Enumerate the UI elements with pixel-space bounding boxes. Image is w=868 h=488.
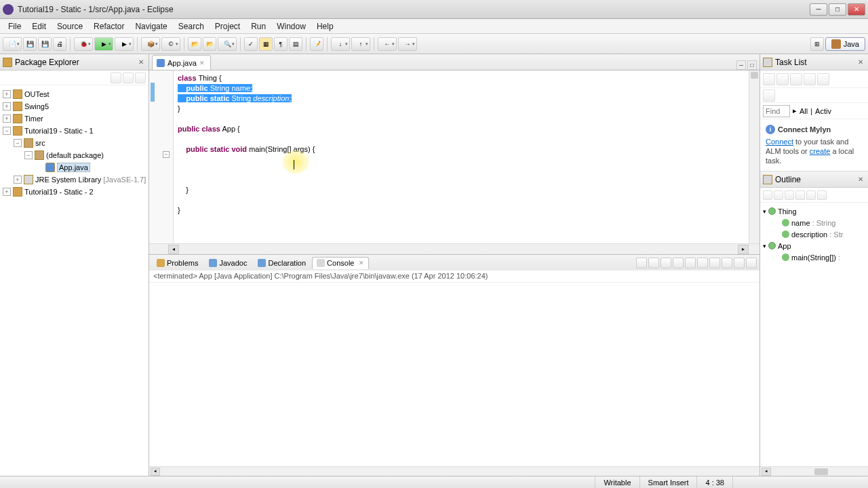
menu-refactor[interactable]: Refactor xyxy=(88,20,130,33)
show-whitespace-button[interactable]: ¶ xyxy=(274,37,288,51)
hide-static-button[interactable] xyxy=(785,190,794,200)
pin-console-button[interactable] xyxy=(697,258,708,268)
scroll-right-icon[interactable]: ▸ xyxy=(738,245,749,254)
expand-icon[interactable]: + xyxy=(3,90,11,98)
find-play-icon[interactable]: ▸ xyxy=(793,106,797,115)
tree-src[interactable]: src xyxy=(35,139,45,147)
expand-icon[interactable]: + xyxy=(3,188,11,196)
tab-problems[interactable]: Problems xyxy=(152,257,203,269)
outline-desc[interactable]: description : Str xyxy=(791,230,843,239)
tasklist-close[interactable]: ✕ xyxy=(856,58,865,67)
save-all-button[interactable]: 💾 xyxy=(38,37,52,51)
outline-name[interactable]: name : String xyxy=(791,219,835,227)
clear-console-button[interactable] xyxy=(673,258,684,268)
tab-console[interactable]: Console✕ xyxy=(312,257,369,269)
outline-main[interactable]: main(String[]) : xyxy=(791,253,840,262)
tree-jre[interactable]: JRE System Library [JavaSE-1.7] xyxy=(35,176,146,184)
find-all[interactable]: All xyxy=(800,107,808,115)
run-last-button[interactable]: ▶ xyxy=(115,37,134,51)
remove-all-button[interactable] xyxy=(660,258,671,268)
hide-fields-button[interactable] xyxy=(774,190,783,200)
annotation-button[interactable]: 📝 xyxy=(310,37,323,51)
tree-appjava[interactable]: App.java xyxy=(57,163,90,172)
new-button[interactable]: 📄 xyxy=(3,37,22,51)
link-editor-button[interactable] xyxy=(123,73,134,83)
menu-window[interactable]: Window xyxy=(271,20,311,33)
console-close-icon[interactable]: ✕ xyxy=(359,260,364,266)
project-tree[interactable]: +OUTest +Swing5 +Timer −Tutorial19 - Sta… xyxy=(0,85,149,476)
console-output[interactable] xyxy=(149,283,760,466)
new-package-button[interactable]: 📦 xyxy=(141,37,160,51)
terminate-button[interactable] xyxy=(636,258,647,268)
open-perspective-button[interactable]: ⊞ xyxy=(810,37,824,51)
focus-button[interactable] xyxy=(817,190,827,200)
debug-button[interactable]: 🐞 xyxy=(74,37,93,51)
minimize-button[interactable]: ─ xyxy=(810,3,827,16)
task-sync-button[interactable] xyxy=(804,73,816,85)
menu-help[interactable]: Help xyxy=(311,20,339,33)
menu-project[interactable]: Project xyxy=(210,20,245,33)
create-link[interactable]: create xyxy=(810,147,831,155)
menu-edit[interactable]: Edit xyxy=(26,20,52,33)
console-min-button[interactable] xyxy=(734,258,745,268)
outline-thing[interactable]: Thing xyxy=(778,207,797,216)
tree-defpkg[interactable]: (default package) xyxy=(46,151,104,159)
hide-nonpublic-button[interactable] xyxy=(795,190,805,200)
outline-close[interactable]: ✕ xyxy=(856,175,865,184)
remove-launch-button[interactable] xyxy=(648,258,659,268)
tree-timer[interactable]: Timer xyxy=(24,115,43,123)
scroll-left-icon[interactable]: ◂ xyxy=(168,245,179,254)
right-scrollbar[interactable]: ◂ xyxy=(760,466,868,476)
collapse-icon[interactable]: ▾ xyxy=(763,243,766,249)
minimize-editor-button[interactable]: ─ xyxy=(736,60,746,70)
package-explorer-close[interactable]: ✕ xyxy=(136,58,146,67)
console-max-button[interactable] xyxy=(746,258,757,268)
outline-tree[interactable]: ▾Thing name : String description : Str ▾… xyxy=(760,203,868,266)
scroll-left-icon[interactable]: ◂ xyxy=(762,468,771,476)
maximize-button[interactable]: □ xyxy=(829,3,846,16)
run-button[interactable]: ▶ xyxy=(94,37,113,51)
tree-swing5[interactable]: Swing5 xyxy=(24,102,49,110)
back-button[interactable]: ← xyxy=(378,37,397,51)
collapse-all-button[interactable] xyxy=(111,73,121,83)
find-activ[interactable]: Activ xyxy=(815,107,831,115)
console-scrollbar[interactable]: ◂ xyxy=(149,466,760,476)
toggle-block-button[interactable]: ▦ xyxy=(259,37,273,51)
task-focus-button[interactable] xyxy=(817,73,829,85)
menu-search[interactable]: Search xyxy=(173,20,210,33)
editor-tab-app[interactable]: App.java ✕ xyxy=(152,55,211,70)
close-button[interactable]: ✕ xyxy=(848,3,865,16)
menu-file[interactable]: File xyxy=(3,20,26,33)
forward-button[interactable]: → xyxy=(398,37,417,51)
open-task-button[interactable]: 📂 xyxy=(203,37,216,51)
maximize-editor-button[interactable]: □ xyxy=(747,60,757,70)
code-editor[interactable]: − class Thing { public String name; publ… xyxy=(149,70,760,254)
tree-tut2[interactable]: Tutorial19 - Static - 2 xyxy=(24,188,94,196)
tree-tut1[interactable]: Tutorial19 - Static - 1 xyxy=(24,127,94,135)
scroll-thumb[interactable] xyxy=(814,468,828,475)
vertical-scrollbar[interactable] xyxy=(749,70,760,243)
collapse-icon[interactable]: − xyxy=(3,127,11,135)
code-lines[interactable]: class Thing { public String name; public… xyxy=(178,73,749,216)
menu-navigate[interactable]: Navigate xyxy=(130,20,172,33)
collapse-icon[interactable]: ▾ xyxy=(763,208,766,215)
scroll-left-icon[interactable]: ◂ xyxy=(151,468,160,476)
sort-button[interactable] xyxy=(763,190,772,200)
task-collapse-button[interactable] xyxy=(763,89,775,102)
tab-javadoc[interactable]: Javadoc xyxy=(204,257,252,269)
task-new-button[interactable] xyxy=(763,73,775,85)
search-button[interactable]: 🔍 xyxy=(218,37,237,51)
menu-source[interactable]: Source xyxy=(52,20,88,33)
hide-local-button[interactable] xyxy=(806,190,816,200)
next-annotation-button[interactable]: ↓ xyxy=(331,37,350,51)
toggle-breadcrumb-button[interactable]: ▤ xyxy=(289,37,302,51)
collapse-icon[interactable]: − xyxy=(14,139,22,147)
task-cat-button[interactable] xyxy=(776,73,789,85)
tree-outest[interactable]: OUTest xyxy=(24,90,50,98)
find-input[interactable] xyxy=(763,105,790,117)
tab-declaration[interactable]: Declaration xyxy=(253,257,311,269)
scroll-lock-button[interactable] xyxy=(685,258,696,268)
expand-icon[interactable]: + xyxy=(14,176,22,184)
editor-gutter[interactable]: − xyxy=(149,70,174,243)
print-button[interactable]: 🖨 xyxy=(53,37,66,51)
